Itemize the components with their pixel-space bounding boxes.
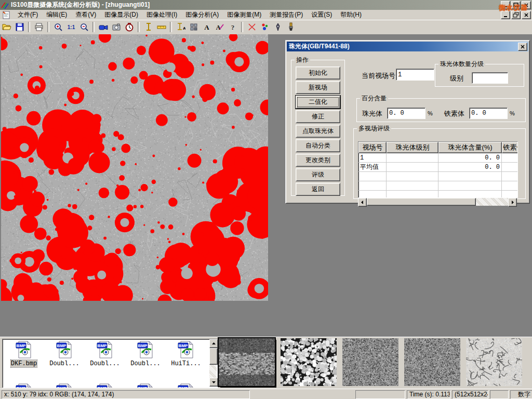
print-button[interactable] [32, 21, 45, 33]
return-button[interactable]: 返回 [296, 183, 340, 196]
curve-tool-icon [247, 22, 257, 32]
image-size-readout: (512x512x24) [452, 390, 488, 399]
help-button[interactable]: ? [226, 21, 239, 33]
menu-measure-report[interactable]: 测量报告(P) [265, 9, 307, 20]
text-label-button[interactable]: A [200, 21, 213, 33]
preview-thumb-3[interactable] [342, 338, 398, 386]
menu-view[interactable]: 查看(V) [71, 9, 100, 20]
file-item[interactable]: BMPHuiTi... [166, 340, 206, 383]
photo-camera-button[interactable] [110, 21, 123, 33]
zoom-out-icon [79, 22, 89, 32]
metallographic-image[interactable] [1, 34, 268, 301]
auto-classify-button[interactable]: 自动分类 [296, 139, 340, 152]
file-item[interactable]: BMP [125, 383, 166, 388]
annotate-button[interactable]: A [213, 21, 226, 33]
file-name: DKF.bmp [11, 360, 37, 367]
menu-file[interactable]: 文件(F) [14, 9, 42, 20]
zoom-in-button[interactable] [51, 21, 64, 33]
bmp-file-icon: BMP [56, 340, 73, 359]
scrollbar-thumb[interactable] [209, 348, 218, 365]
table-horizontal-scrollbar[interactable] [358, 198, 517, 206]
file-vertical-scrollbar[interactable] [209, 339, 218, 387]
menu-help[interactable]: 帮助(H) [336, 9, 366, 20]
pick-pearlite-button[interactable]: 点取珠光体 [296, 125, 340, 138]
scroll-down-button[interactable] [209, 378, 218, 387]
table-row[interactable]: 平均值0. 0 [358, 163, 517, 172]
grading-table[interactable]: 视场号珠光体级别珠光体含量(%)铁素体含量(%) 10. 0平均值0. 0 [358, 141, 518, 198]
correct-button[interactable]: 修正 [296, 110, 340, 123]
menu-image-display[interactable]: 图像显示(D) [100, 9, 142, 20]
preview-thumb-4[interactable] [404, 338, 460, 386]
preview-thumb-5[interactable] [466, 338, 522, 386]
file-item[interactable]: BMP [85, 383, 125, 388]
open-file-button[interactable] [0, 21, 13, 33]
binarize-button[interactable]: 二值化 [296, 96, 340, 109]
svg-text:BMP: BMP [138, 386, 148, 388]
menu-image-analysis[interactable]: 图像分析(A) [181, 9, 223, 20]
table-cell [387, 172, 438, 181]
table-row[interactable] [358, 191, 517, 198]
scrollbar-track[interactable] [476, 198, 508, 206]
file-name: Doubl... [130, 360, 161, 367]
table-column-header[interactable]: 珠光体含量(%) [438, 142, 502, 153]
menu-image-measure[interactable]: 图像测量(M) [223, 9, 265, 20]
pen-tool-icon [273, 22, 283, 32]
zoom-out-button[interactable] [77, 21, 90, 33]
menu-edit[interactable]: 编辑(E) [42, 9, 71, 20]
app-window: IS100显微摄像系统(金相分析版) - [zhuguangti01] 衡水仪器… [0, 0, 532, 399]
file-item[interactable]: BMP [4, 383, 44, 388]
preview-thumb-2[interactable] [281, 338, 337, 386]
scrollbar-track[interactable] [209, 365, 217, 378]
file-item[interactable]: BMP [44, 383, 85, 388]
ferrite-percent-input[interactable]: 0. 0 [469, 108, 508, 119]
toolbar-separator [138, 22, 140, 32]
table-column-header[interactable]: 铁素体含量(%) [502, 142, 518, 153]
new-field-button[interactable]: 新视场 [296, 81, 340, 94]
table-row[interactable] [358, 172, 517, 181]
file-item[interactable]: BMPDoubl... [125, 340, 166, 383]
close-icon [520, 44, 526, 50]
table-cell: 0. 0 [438, 163, 502, 172]
file-item[interactable]: BMPDKF.bmp [4, 340, 44, 383]
pearlite-percent-input[interactable]: 0. 0 [387, 108, 425, 119]
init-button[interactable]: 初始化 [296, 66, 340, 79]
file-item[interactable]: BMPDoubl... [44, 340, 85, 383]
dialog-title-bar[interactable]: 珠光体(GB/T9441-88) [287, 42, 528, 51]
dialog-close-button[interactable] [518, 43, 527, 51]
caliper-button[interactable] [142, 21, 155, 33]
timer-button[interactable] [123, 21, 136, 33]
ruler-button[interactable] [155, 21, 168, 33]
grid-button[interactable] [187, 21, 200, 33]
preview-thumb-1[interactable] [219, 338, 275, 386]
file-item[interactable]: BMPDoubl... [85, 340, 125, 383]
file-browser[interactable]: BMPDKF.bmpBMPDoubl...BMPDoubl...BMPDoubl… [2, 339, 218, 388]
scroll-left-button[interactable] [358, 198, 367, 207]
phase-particles-button[interactable] [258, 21, 271, 33]
pen-tool-button[interactable] [271, 21, 284, 33]
brush-tool-button[interactable] [284, 21, 297, 33]
change-class-button[interactable]: 更改类别 [296, 154, 340, 167]
save-button[interactable] [13, 21, 26, 33]
file-item[interactable]: BMP [166, 383, 206, 388]
video-camera-button[interactable] [97, 21, 110, 33]
grade-button[interactable]: 评级 [296, 168, 340, 181]
document-icon[interactable] [2, 11, 10, 19]
scroll-up-button[interactable] [209, 339, 218, 348]
menu-settings[interactable]: 设置(S) [307, 9, 336, 20]
measure-text-button[interactable]: A [174, 21, 187, 33]
curve-tool-button[interactable] [245, 21, 258, 33]
scroll-right-button[interactable] [508, 198, 517, 207]
level-input[interactable] [472, 72, 508, 84]
table-row[interactable]: 10. 0 [358, 153, 517, 163]
table-cell [387, 181, 438, 191]
cursor-readout: x: 510 y: 79 idx: 0 RGB: (174, 174, 174) [2, 390, 250, 399]
table-column-header[interactable]: 视场号 [358, 142, 387, 153]
scrollbar-thumb[interactable] [367, 198, 476, 206]
table-cell [502, 172, 518, 181]
menu-image-process[interactable]: 图像处理(I) [142, 9, 181, 20]
table-column-header[interactable]: 珠光体级别 [387, 142, 438, 153]
actual-size-button[interactable]: 1:1 [64, 21, 77, 33]
current-field-input[interactable]: 1 [396, 69, 434, 81]
toolbar-separator [47, 22, 49, 32]
table-row[interactable] [358, 181, 517, 191]
